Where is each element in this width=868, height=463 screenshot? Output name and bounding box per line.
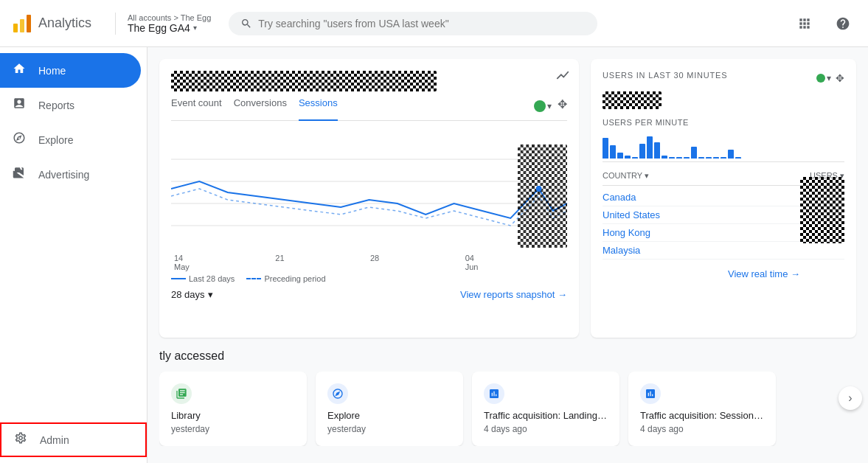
chart-card-actions: ▾ ✥ (534, 97, 567, 114)
redacted-header-bar (171, 71, 437, 91)
recent-card-library[interactable]: Library yesterday (159, 372, 307, 446)
library-card-subtitle: yesterday (171, 424, 295, 434)
explore-card-icon (327, 383, 348, 404)
traffic-icon-2 (645, 388, 656, 400)
cards-row: Event count Conversions Sessions ▾ ✥ (159, 59, 856, 338)
chart-expand-button[interactable]: ✥ (558, 97, 567, 114)
advertising-icon (12, 166, 27, 183)
realtime-title: USERS IN LAST 30 MINUTES (603, 71, 727, 80)
account-name-selector[interactable]: The Egg GA4 ▾ (128, 22, 211, 34)
status-indicator (534, 100, 546, 112)
app-logo: Analytics (12, 13, 91, 34)
bar-3 (617, 153, 623, 159)
recent-cards-list: Library yesterday Explore yesterday (159, 372, 856, 446)
home-icon (12, 62, 27, 79)
bar-10 (669, 157, 675, 159)
bar-17 (721, 157, 726, 159)
library-card-icon (171, 383, 192, 404)
country-name-canada[interactable]: Canada (603, 192, 636, 203)
sidebar-item-reports[interactable]: Reports (0, 88, 141, 122)
chart-legend: Last 28 days Preceding period (171, 274, 567, 283)
admin-icon (13, 431, 28, 448)
sidebar-item-admin[interactable]: Admin (0, 422, 147, 457)
bar-18 (728, 150, 734, 159)
reports-icon (12, 97, 27, 114)
chart-trend-button[interactable] (555, 68, 570, 85)
account-nav[interactable]: All accounts > The Egg The Egg GA4 ▾ (128, 13, 211, 34)
topbar-divider (115, 13, 116, 35)
country-row-my: Malaysia (603, 242, 844, 260)
recent-card-traffic-2[interactable]: Traffic acquisition: Session defa... 4 d… (628, 372, 776, 446)
bar-13 (691, 147, 697, 159)
realtime-card-footer: View real time → (603, 268, 800, 279)
analytics-logo-icon (12, 13, 32, 34)
users-per-minute-label: USERS PER MINUTE (603, 118, 844, 127)
explore-card-title: Explore (327, 410, 451, 421)
country-table: COUNTRY ▾ USERS ▾ Canada United States (603, 171, 844, 260)
recent-card-traffic-1[interactable]: Traffic acquisition: Landing pag... 4 da… (472, 372, 619, 446)
legend-line-dashed (246, 278, 261, 279)
carousel-next-button[interactable]: › (839, 386, 862, 410)
bar-7 (647, 136, 653, 159)
help-button[interactable] (830, 10, 856, 37)
country-name-hk[interactable]: Hong Kong (603, 227, 650, 238)
tab-sessions[interactable]: Sessions (299, 97, 338, 121)
realtime-status-dot (816, 74, 825, 83)
traffic-2-card-subtitle: 4 days ago (640, 424, 764, 434)
library-card-title: Library (171, 410, 295, 421)
chart-data-point (536, 186, 542, 192)
bar-15 (706, 157, 712, 159)
period-dropdown-arrow: ▾ (208, 289, 213, 300)
bar-11 (676, 157, 682, 159)
period-selector[interactable]: 28 days ▾ (171, 289, 213, 300)
search-input[interactable] (258, 18, 586, 29)
legend-main-label: Last 28 days (189, 274, 235, 283)
realtime-expand-button[interactable]: ✥ (836, 72, 844, 84)
legend-compare-label: Preceding period (264, 274, 325, 283)
bar-6 (639, 144, 645, 159)
search-icon (240, 18, 252, 29)
legend-main: Last 28 days (171, 274, 235, 283)
search-bar[interactable] (229, 12, 597, 35)
bar-16 (713, 157, 719, 159)
chart-filter-button[interactable]: ▾ (534, 97, 552, 114)
tab-conversions[interactable]: Conversions (234, 97, 287, 114)
sidebar-home-label: Home (38, 65, 66, 77)
bar-12 (684, 157, 690, 159)
bar-8 (654, 142, 660, 159)
realtime-filter-button[interactable]: ▾ (816, 73, 831, 83)
svg-rect-1 (20, 19, 24, 32)
chart-area (171, 130, 567, 248)
bar-14 (698, 157, 704, 159)
sidebar-admin-label: Admin (40, 434, 69, 446)
bar-19 (735, 157, 741, 159)
app-body: Home Reports Explore Ad (0, 47, 868, 463)
bar-1 (603, 138, 608, 159)
sidebar-item-explore[interactable]: Explore (0, 122, 141, 157)
country-name-us[interactable]: United States (603, 209, 660, 220)
view-realtime-link[interactable]: View real time → (728, 268, 800, 279)
explore-nav-icon (332, 388, 344, 400)
topbar: Analytics All accounts > The Egg The Egg… (0, 0, 868, 47)
app-title: Analytics (38, 15, 91, 31)
library-icon (176, 388, 187, 400)
sidebar-bottom: Admin (0, 422, 147, 463)
chart-card-footer: 28 days ▾ View reports snapshot → (171, 289, 567, 300)
recent-card-explore[interactable]: Explore yesterday (316, 372, 463, 446)
filter-arrow: ▾ (547, 101, 552, 111)
apps-grid-button[interactable] (791, 10, 818, 37)
country-name-my[interactable]: Malaysia (603, 245, 640, 256)
traffic-1-card-title: Traffic acquisition: Landing pag... (484, 410, 608, 421)
sidebar: Home Reports Explore Ad (0, 47, 147, 463)
mini-bar-chart (603, 133, 844, 162)
explore-icon (12, 131, 27, 148)
tab-event-count[interactable]: Event count (171, 97, 222, 114)
sidebar-item-home[interactable]: Home (0, 53, 141, 88)
explore-card-subtitle: yesterday (327, 424, 451, 434)
view-reports-link[interactable]: View reports snapshot → (460, 289, 567, 300)
sidebar-reports-label: Reports (38, 100, 74, 111)
main-content: Event count Conversions Sessions ▾ ✥ (147, 47, 868, 463)
sidebar-item-advertising[interactable]: Advertising (0, 157, 141, 192)
country-header-left[interactable]: COUNTRY ▾ (603, 171, 649, 181)
help-icon (836, 16, 850, 31)
